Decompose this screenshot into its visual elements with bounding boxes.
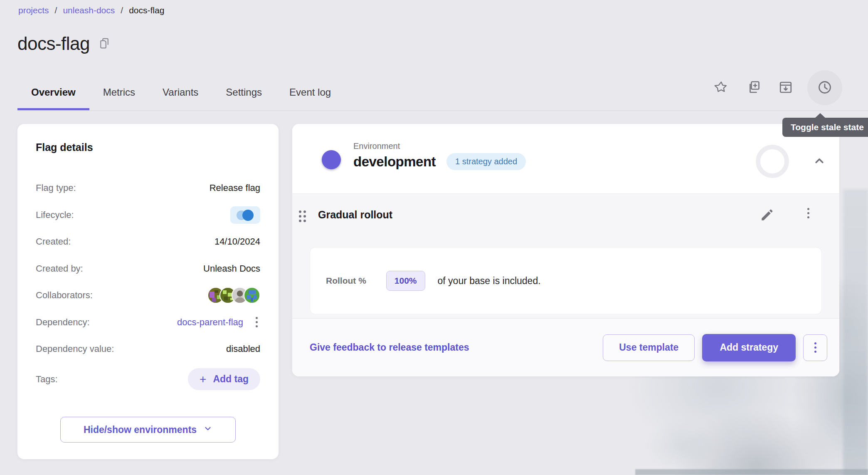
background-texture-edge [635, 469, 868, 475]
created-row: Created: 14/10/2024 [36, 228, 260, 255]
flag-details-list: Flag type: Release flag Lifecycle: Creat… [36, 175, 260, 396]
chevron-up-icon [812, 154, 826, 169]
flag-type-row: Flag type: Release flag [36, 175, 260, 202]
collaborator-avatars [207, 287, 260, 304]
breadcrumb-current: docs-flag [129, 5, 164, 15]
flag-type-value: Release flag [210, 183, 260, 193]
strategy-title: Gradual rollout [318, 209, 392, 221]
breadcrumb-separator: / [121, 5, 123, 15]
environment-label: Environment [353, 141, 526, 151]
rollout-description: of your base is included. [438, 275, 541, 287]
release-templates-feedback-link[interactable]: Give feedback to release templates [310, 342, 469, 353]
strategy-count-badge: 1 strategy added [446, 153, 526, 170]
strategy-menu-button[interactable] [805, 205, 812, 221]
tags-row: Tags: + Add tag [36, 363, 260, 396]
tabs-divider [17, 110, 868, 111]
flag-overview-page: projects / unleash-docs / docs-flag docs… [0, 0, 868, 475]
archive-button[interactable] [775, 70, 796, 105]
metrics-ring [756, 145, 789, 178]
archive-icon [778, 80, 793, 96]
chevron-down-icon [203, 424, 212, 435]
tab-variants[interactable]: Variants [149, 74, 212, 111]
created-by-value: Unleash Docs [203, 263, 260, 274]
toggle-stale-button[interactable] [807, 70, 842, 105]
copy-flag-name-button[interactable] [98, 37, 111, 51]
flag-details-title: Flag details [36, 141, 93, 153]
collapse-environment-button[interactable] [808, 150, 831, 173]
flag-action-buttons [710, 70, 842, 105]
use-template-button[interactable]: Use template [603, 334, 695, 361]
pencil-icon [760, 208, 774, 224]
add-strategy-button[interactable]: Add strategy [702, 334, 796, 361]
page-title: docs-flag [17, 33, 90, 54]
created-value: 14/10/2024 [215, 236, 260, 247]
lifecycle-stage-badge[interactable] [230, 206, 260, 224]
created-by-row: Created by: Unleash Docs [36, 255, 260, 282]
copy-flag-button[interactable] [742, 70, 764, 105]
kebab-icon [812, 340, 819, 355]
drag-handle-icon[interactable] [299, 210, 306, 222]
environment-toggle[interactable] [310, 153, 339, 167]
collaborators-row: Collaborators: [36, 282, 260, 309]
stale-state-tooltip: Toggle stale state [782, 118, 868, 137]
dependency-row: Dependency: docs-parent-flag [36, 309, 260, 336]
dependency-link[interactable]: docs-parent-flag [177, 317, 243, 328]
tab-overview[interactable]: Overview [17, 74, 89, 111]
background-texture-strip [843, 189, 868, 475]
strategy-section: Gradual rollout Rollout % 100% of your b… [292, 193, 839, 318]
breadcrumb: projects / unleash-docs / docs-flag [18, 5, 164, 15]
flag-details-card: Flag details Flag type: Release flag Lif… [17, 124, 279, 459]
favorite-button[interactable] [710, 70, 732, 105]
edit-strategy-button[interactable] [756, 205, 778, 226]
tab-event-log[interactable]: Event log [276, 74, 345, 111]
breadcrumb-project[interactable]: unleash-docs [63, 5, 115, 15]
tooltip-arrow [815, 113, 826, 118]
environment-text: Environment development 1 strategy added [353, 141, 526, 170]
more-strategies-menu-button[interactable] [803, 334, 827, 361]
star-icon [714, 80, 728, 96]
rollout-label: Rollout % [326, 276, 366, 286]
rollout-summary-card: Rollout % 100% of your base is included. [310, 247, 822, 314]
page-title-row: docs-flag [17, 33, 111, 54]
copy-icon [98, 37, 111, 51]
breadcrumb-separator: / [55, 5, 57, 15]
dependency-menu-button[interactable] [253, 314, 260, 330]
breadcrumb-projects[interactable]: projects [18, 5, 49, 15]
dependency-value-row: Dependency value: disabled [36, 336, 260, 363]
plus-icon: + [200, 375, 206, 383]
clone-icon [746, 80, 761, 96]
environment-card: Environment development 1 strategy added… [292, 124, 839, 376]
environment-name: development [353, 154, 436, 170]
lifecycle-row: Lifecycle: [36, 202, 260, 229]
tab-metrics[interactable]: Metrics [89, 74, 149, 111]
clock-icon [817, 79, 833, 96]
collaborator-avatar [244, 287, 260, 304]
environment-footer: Give feedback to release templates Use t… [292, 318, 839, 376]
tab-settings[interactable]: Settings [212, 74, 276, 111]
dependency-value: disabled [226, 344, 260, 354]
add-tag-button[interactable]: + Add tag [188, 368, 260, 390]
hide-show-environments-button[interactable]: Hide/show environments [60, 417, 236, 443]
footer-actions: Use template Add strategy [603, 319, 827, 376]
environment-header: Environment development 1 strategy added [292, 124, 839, 193]
rollout-percentage-chip: 100% [386, 271, 425, 291]
flag-tabs: Overview Metrics Variants Settings Event… [17, 74, 345, 111]
